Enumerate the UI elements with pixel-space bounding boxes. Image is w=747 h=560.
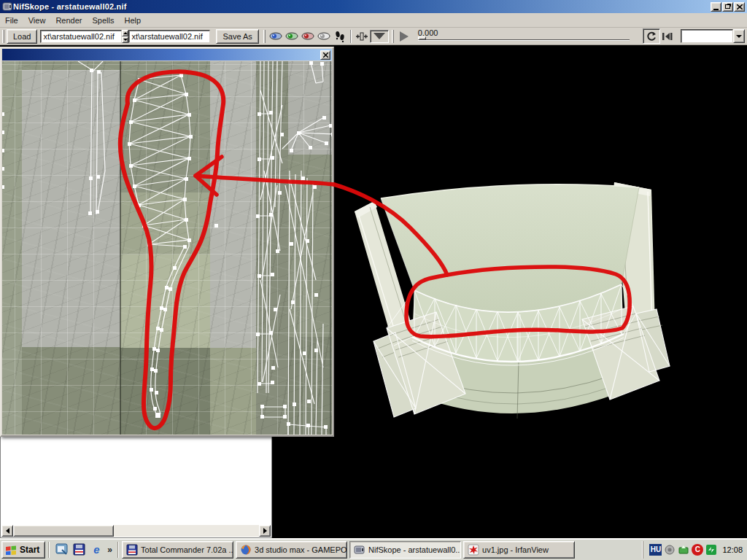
big-dropdown-arrow-icon [374, 33, 385, 39]
loop-icon [646, 31, 657, 42]
anim-combobox[interactable] [681, 29, 745, 43]
save-as-button[interactable]: Save As [216, 29, 258, 44]
start-label: Start [20, 545, 39, 555]
security-letter: C [695, 545, 700, 553]
combo-dropdown-button[interactable] [733, 29, 745, 43]
toolbar-grip-2[interactable] [263, 30, 266, 43]
uv-editor-titlebar[interactable] [2, 49, 332, 61]
taskbar: Start e » Total Commander 7.02a ... 3d s… [0, 538, 747, 560]
total-commander-icon [126, 544, 138, 556]
show-blocks-eye-blue-icon[interactable] [268, 30, 284, 43]
play-icon [400, 31, 409, 42]
footsteps-icon[interactable] [332, 30, 348, 43]
play-button[interactable] [396, 30, 412, 43]
load-path-input[interactable]: xt\arstatuewall02.nif [40, 30, 122, 43]
horizontal-scrollbar[interactable] [1, 525, 271, 537]
spinner-up-icon [123, 32, 128, 34]
block-list-panel[interactable] [0, 435, 272, 538]
spinner-down-icon [123, 39, 128, 41]
toolbar-grip[interactable] [2, 30, 4, 43]
close-button[interactable] [734, 2, 745, 12]
safely-remove-tray-icon[interactable] [678, 544, 689, 556]
scrollbar-track[interactable] [114, 525, 259, 537]
anim-slider-track[interactable] [418, 39, 630, 40]
view-dropdown-button[interactable] [370, 30, 389, 43]
volume-tray-icon[interactable] [664, 544, 676, 556]
texture-seam [120, 61, 121, 435]
switch-animation-icon[interactable] [660, 30, 676, 43]
task-total-commander[interactable]: Total Commander 7.02a ... [122, 541, 233, 559]
quicklaunch-separator [48, 542, 50, 558]
scroll-left-button[interactable] [1, 525, 13, 537]
nifskope-icon [354, 544, 365, 556]
uv-grid-overlay [2, 61, 332, 435]
minimize-icon [713, 9, 719, 10]
task-nifskope[interactable]: NifSkope - arstatuewall0... [349, 541, 461, 559]
toolbar-separator [350, 30, 352, 43]
close-icon [737, 4, 743, 9]
main-content [0, 45, 747, 538]
menu-view[interactable]: View [23, 14, 51, 27]
quicklaunch-total-commander-icon[interactable] [71, 542, 86, 557]
scroll-right-button[interactable] [259, 525, 271, 537]
irfanview-icon [468, 544, 479, 556]
anim-slider[interactable]: 0.000 [418, 28, 637, 44]
restore-button[interactable] [722, 2, 733, 12]
menu-file[interactable]: File [0, 14, 23, 27]
save-path-input[interactable]: xt\arstatuewall02.nif [128, 30, 210, 43]
uv-editor-window[interactable] [0, 47, 334, 437]
minimize-button[interactable] [711, 2, 721, 12]
combo-arrow-icon [736, 35, 742, 38]
quicklaunch-desktop-icon[interactable] [54, 542, 69, 557]
restore-icon [725, 4, 730, 9]
start-button[interactable]: Start [1, 541, 45, 559]
menu-bar: File View Render Spells Help [0, 13, 747, 28]
windows-flag-icon [5, 544, 17, 555]
uv-texture-canvas[interactable] [2, 61, 332, 435]
toolbar: Load xt\arstatuewall02.nif xt\arstatuewa… [0, 28, 747, 45]
path-spinner[interactable] [122, 30, 128, 43]
window-title: NifSkope - arstatuewall02.nif [13, 2, 127, 11]
toolbar-grip-3[interactable] [392, 30, 394, 43]
ie-e-glyph: e [93, 543, 99, 556]
firefox-icon [240, 544, 252, 556]
task-label: uv1.jpg - IrfanView [482, 545, 549, 554]
uv-close-button[interactable] [320, 50, 330, 60]
task-3d-studio-max[interactable]: 3d studio max - GAMEPO... [236, 541, 347, 559]
clock[interactable]: 12:08 [722, 545, 743, 554]
show-hidden-eye-gray-icon[interactable] [316, 30, 332, 43]
scroll-right-icon [263, 528, 267, 534]
quicklaunch-internet-explorer-icon[interactable]: e [89, 542, 104, 557]
task-label: NifSkope - arstatuewall0... [368, 545, 461, 554]
loop-toggle-button[interactable] [643, 28, 660, 44]
render-viewport[interactable] [272, 45, 747, 538]
uv-close-icon [323, 52, 328, 58]
scroll-left-icon [6, 528, 9, 534]
nifskope-app-icon [2, 1, 12, 12]
sync-tray-icon[interactable] [705, 544, 717, 556]
tasks-separator [117, 542, 119, 558]
task-label: 3d studio max - GAMEPO... [255, 545, 347, 554]
quicklaunch-overflow-chevron[interactable]: » [107, 545, 112, 555]
system-tray: HU C 12:08 [643, 541, 747, 559]
anim-slider-thumb[interactable] [418, 36, 426, 40]
show-havok-eye-red-icon[interactable] [300, 30, 316, 43]
anim-combo-value [681, 29, 733, 43]
menu-render[interactable]: Render [50, 14, 87, 27]
task-label: Total Commander 7.02a ... [141, 545, 233, 554]
task-irfanview[interactable]: uv1.jpg - IrfanView [463, 541, 575, 559]
menu-spells[interactable]: Spells [87, 14, 119, 27]
scrollbar-thumb[interactable] [13, 525, 114, 537]
title-bar[interactable]: NifSkope - arstatuewall02.nif [0, 0, 747, 13]
show-nodes-eye-green-icon[interactable] [284, 30, 300, 43]
language-indicator[interactable]: HU [649, 544, 662, 556]
security-tray-icon[interactable]: C [692, 544, 703, 556]
axis-move-icon[interactable] [354, 30, 370, 43]
menu-help[interactable]: Help [119, 14, 146, 27]
texture-seam [330, 61, 331, 435]
load-button[interactable]: Load [7, 29, 37, 44]
